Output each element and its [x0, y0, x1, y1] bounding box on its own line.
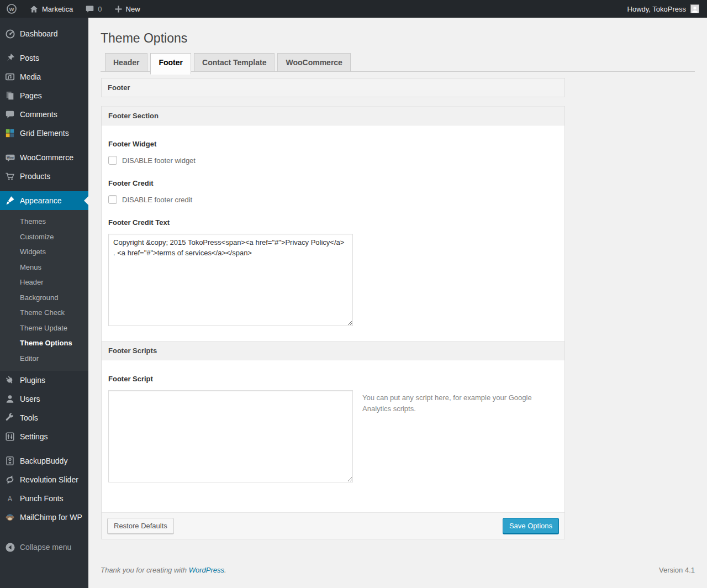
page-title: Theme Options — [88, 18, 707, 46]
wordpress-logo-menu[interactable]: W — [0, 0, 23, 18]
menu-separator — [0, 143, 88, 148]
submenu-item-theme-options[interactable]: Theme Options — [0, 335, 88, 351]
footer-widget-label: Footer Widget — [108, 140, 558, 148]
sidebar-item-punch-fonts[interactable]: A Punch Fonts — [0, 489, 88, 508]
group-title: Footer — [101, 78, 565, 97]
collapse-icon — [4, 542, 15, 553]
sidebar-item-grid-elements[interactable]: Grid Elements — [0, 124, 88, 143]
footer-script-textarea[interactable] — [108, 390, 353, 482]
sidebar-item-label: Pages — [20, 91, 42, 100]
sidebar-item-label: Settings — [20, 432, 48, 441]
sidebar-item-dashboard[interactable]: Dashboard — [0, 24, 88, 43]
cart-icon — [4, 171, 15, 182]
submenu-item-theme-update[interactable]: Theme Update — [0, 321, 88, 336]
submenu-item-theme-check[interactable]: Theme Check — [0, 305, 88, 321]
sidebar-item-backupbuddy[interactable]: BackupBuddy — [0, 452, 88, 470]
sidebar-item-tools[interactable]: Tools — [0, 408, 88, 427]
footer-widget-checkbox-row: DISABLE footer widget — [108, 156, 558, 165]
wrench-icon — [4, 412, 15, 423]
sidebar-item-label: Collapse menu — [20, 543, 71, 552]
letter-a-icon: A — [4, 493, 15, 504]
appearance-submenu: Themes Customize Widgets Menus Header Ba… — [0, 210, 88, 371]
footer-section-fields: Footer Widget DISABLE footer widget Foot… — [102, 140, 564, 328]
footer-credit-text-textarea[interactable]: Copyright &copy; 2015 TokoPress<span><a … — [108, 234, 353, 326]
panel-button-row: Restore Defaults Save Options — [102, 512, 564, 539]
sidebar-item-posts[interactable]: Posts — [0, 49, 88, 67]
user-icon — [4, 393, 15, 405]
sidebar-item-pages[interactable]: Pages — [0, 86, 88, 105]
version-text: Version 4.1 — [659, 566, 695, 574]
sidebar-item-label: Tools — [20, 413, 38, 422]
new-label: New — [126, 5, 140, 13]
sidebar-item-label: Comments — [20, 110, 57, 119]
wordpress-logo-icon: W — [6, 3, 17, 14]
sidebar-item-woocommerce[interactable]: Woo WooCommerce — [0, 148, 88, 167]
sidebar-item-label: Grid Elements — [20, 129, 69, 138]
site-name-menu[interactable]: Marketica — [23, 0, 79, 18]
submenu-item-customize[interactable]: Customize — [0, 229, 88, 245]
sidebar-item-mailchimp[interactable]: MailChimp for WP — [0, 508, 88, 527]
grid-elements-icon — [4, 128, 15, 139]
settings-icon — [4, 431, 15, 442]
sidebar-item-settings[interactable]: Settings — [0, 427, 88, 446]
account-menu[interactable]: Howdy, TokoPress — [627, 4, 707, 13]
footer-scripts-fields: Footer Script You can put any script her… — [102, 375, 564, 512]
media-icon — [4, 71, 15, 82]
sidebar-item-products[interactable]: Products — [0, 167, 88, 186]
admin-sidebar: Dashboard Posts Media Pages Comments Gri… — [0, 18, 88, 588]
submenu-item-background[interactable]: Background — [0, 290, 88, 306]
sidebar-item-label: Products — [20, 172, 50, 181]
options-panel-body: Footer Section Footer Widget DISABLE foo… — [101, 106, 565, 539]
sidebar-item-label: WooCommerce — [20, 153, 73, 162]
backup-icon — [4, 455, 15, 466]
comments-menu[interactable]: 0 — [79, 0, 108, 18]
tab-woocommerce[interactable]: WooCommerce — [277, 53, 350, 71]
sidebar-item-label: Media — [20, 72, 41, 81]
sidebar-item-label: Appearance — [20, 196, 62, 205]
disable-footer-widget-checkbox[interactable] — [108, 156, 117, 165]
woocommerce-icon: Woo — [4, 152, 15, 163]
submenu-item-header[interactable]: Header — [0, 275, 88, 290]
sidebar-item-revolution-slider[interactable]: Revolution Slider — [0, 470, 88, 489]
comment-bubble-icon — [85, 4, 94, 14]
tab-contact-template[interactable]: Contact Template — [194, 53, 275, 71]
svg-text:A: A — [8, 495, 13, 503]
sidebar-item-comments[interactable]: Comments — [0, 105, 88, 124]
refresh-icon — [4, 474, 15, 485]
tab-header[interactable]: Header — [105, 53, 147, 71]
submenu-item-menus[interactable]: Menus — [0, 260, 88, 275]
comments-icon — [4, 109, 15, 120]
footer-credit-text-label: Footer Credit Text — [108, 218, 558, 227]
submenu-item-themes[interactable]: Themes — [0, 214, 88, 229]
sidebar-item-label: Revolution Slider — [20, 475, 78, 484]
new-menu[interactable]: New — [108, 0, 146, 18]
restore-defaults-button[interactable]: Restore Defaults — [107, 518, 174, 534]
sidebar-item-users[interactable]: Users — [0, 390, 88, 408]
sidebar-item-label: Plugins — [20, 376, 45, 385]
save-options-button[interactable]: Save Options — [503, 518, 559, 534]
tab-footer[interactable]: Footer — [150, 53, 191, 75]
footer-script-label: Footer Script — [108, 375, 558, 383]
sidebar-item-appearance[interactable]: Appearance — [0, 191, 88, 210]
site-name: Marketica — [42, 5, 73, 13]
sidebar-item-media[interactable]: Media — [0, 67, 88, 86]
sidebar-item-label: Dashboard — [20, 29, 58, 38]
wordpress-link[interactable]: WordPress — [189, 566, 224, 574]
collapse-menu-button[interactable]: Collapse menu — [0, 538, 88, 556]
section-heading-footer-section: Footer Section — [102, 106, 564, 125]
sidebar-item-label: Users — [20, 395, 40, 403]
admin-bar: W Marketica 0 New Howdy, TokoPress — [0, 0, 707, 18]
options-panel: Footer Footer Section Footer Widget DISA… — [101, 78, 565, 539]
comment-count: 0 — [98, 5, 102, 13]
sidebar-item-plugins[interactable]: Plugins — [0, 371, 88, 390]
svg-text:Woo: Woo — [7, 156, 14, 159]
howdy-text: Howdy, TokoPress — [627, 5, 686, 13]
submenu-item-widgets[interactable]: Widgets — [0, 244, 88, 260]
sidebar-item-label: Posts — [20, 54, 39, 62]
menu-separator — [0, 43, 88, 49]
thanks-prefix: Thank you for creating with — [101, 566, 187, 574]
disable-footer-credit-checkbox[interactable] — [108, 195, 117, 204]
tab-bar: Header Footer Contact Template WooCommer… — [101, 46, 695, 72]
submenu-item-editor[interactable]: Editor — [0, 351, 88, 366]
sidebar-item-label: Punch Fonts — [20, 494, 64, 503]
